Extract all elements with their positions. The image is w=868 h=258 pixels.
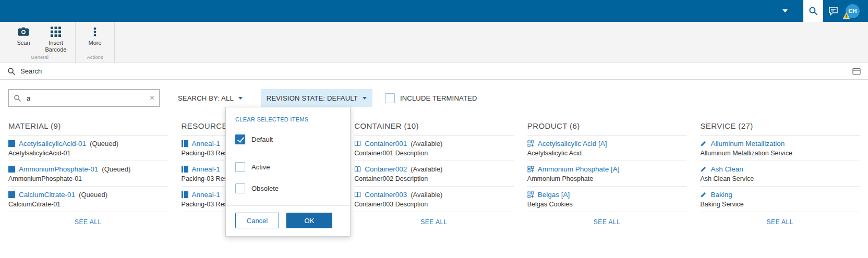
- list-item[interactable]: Belgas [A] Belgas Cookies: [527, 187, 687, 212]
- results-column-service: SERVICE (27) Alluminum Metallization All…: [700, 121, 860, 232]
- item-description: Container002 Description: [354, 175, 514, 182]
- item-name[interactable]: Container003: [365, 191, 407, 199]
- column-header: CONTAINER (10): [354, 121, 514, 136]
- warning-badge-icon: [843, 13, 850, 20]
- main-content: SEARCH BY: ALL REVISION STATE: DEFAULT I…: [0, 80, 868, 232]
- resource-icon: [182, 140, 188, 147]
- list-item[interactable]: Ammonium Phosphate [A] Ammonium Phosphat…: [527, 161, 687, 187]
- item-status: (Available): [411, 191, 442, 199]
- list-item[interactable]: Ash Clean Ash Clean Service: [700, 161, 860, 187]
- list-item[interactable]: Alluminum Metallization Alluminum Metall…: [700, 136, 860, 161]
- revision-state-dropdown[interactable]: REVISION STATE: DEFAULT: [261, 89, 372, 107]
- list-item[interactable]: Baking Baking Service: [700, 187, 860, 212]
- see-all-link[interactable]: SEE ALL: [8, 212, 168, 232]
- cancel-button[interactable]: Cancel: [235, 213, 279, 228]
- ribbon-group-general: Scan Insert Barcode General: [4, 22, 76, 63]
- revision-option-active[interactable]: Active: [226, 156, 350, 178]
- chevron-down-icon[interactable]: [782, 9, 788, 13]
- list-item[interactable]: CalciumCitrate-01 (Queued) CalciumCitrat…: [8, 187, 168, 212]
- item-name[interactable]: Belgas [A]: [538, 191, 570, 199]
- resource-icon: [182, 166, 188, 173]
- chevron-down-icon: [363, 97, 367, 100]
- item-name[interactable]: CalciumCitrate-01: [19, 191, 75, 199]
- column-header: MATERIAL (9): [8, 121, 168, 136]
- search-tab[interactable]: [803, 0, 823, 22]
- ribbon-group-label-actions: Actions: [80, 53, 110, 63]
- item-name[interactable]: AcetylsalicylicAcid-01: [19, 140, 86, 148]
- item-name[interactable]: Anneal-1: [192, 191, 220, 199]
- list-item[interactable]: Acetylsalicylic Acid [A] Acetylsalicylic…: [527, 136, 687, 161]
- results-column-product: PRODUCT (6) Acetylsalicylic Acid [A] Ace…: [527, 121, 687, 232]
- item-status: (Queued): [79, 191, 107, 199]
- scan-button-label: Scan: [17, 40, 30, 46]
- chevron-down-icon: [238, 97, 243, 100]
- item-name[interactable]: Anneal-1: [192, 140, 220, 148]
- insert-barcode-button[interactable]: Insert Barcode: [41, 27, 71, 53]
- checkbox-checked-icon[interactable]: [235, 134, 245, 144]
- page-title: Search: [20, 67, 42, 75]
- see-all-link[interactable]: SEE ALL: [354, 212, 514, 232]
- ok-button[interactable]: OK: [286, 213, 332, 228]
- option-label: Active: [251, 163, 270, 171]
- item-name[interactable]: Container002: [365, 165, 407, 173]
- container-icon: [354, 140, 361, 147]
- open-panel-icon[interactable]: [852, 68, 861, 75]
- avatar[interactable]: CH: [846, 4, 860, 18]
- product-icon: [527, 140, 534, 147]
- item-description: Container003 Description: [354, 201, 514, 208]
- checkbox-unchecked-icon[interactable]: [235, 183, 245, 193]
- clear-search-icon[interactable]: [150, 94, 154, 102]
- container-icon: [354, 191, 361, 198]
- item-name[interactable]: Acetylsalicylic Acid [A]: [538, 140, 607, 148]
- search-by-dropdown[interactable]: SEARCH BY: ALL: [172, 89, 248, 107]
- revision-option-obsolete[interactable]: Obsolete: [226, 178, 350, 199]
- search-input[interactable]: [26, 94, 146, 103]
- item-name[interactable]: Anneal-1: [192, 165, 220, 173]
- search-icon: [809, 6, 818, 16]
- list-item[interactable]: AmmoniumPhosphate-01 (Queued) AmmoniumPh…: [8, 161, 168, 187]
- service-icon: [700, 191, 707, 198]
- list-item[interactable]: AcetylsalicylicAcid-01 (Queued) Acetylsa…: [8, 136, 168, 161]
- list-item[interactable]: Container002 (Available) Container002 De…: [354, 161, 514, 187]
- see-all-link[interactable]: SEE ALL: [700, 212, 860, 232]
- item-name[interactable]: Container001: [365, 140, 407, 148]
- revision-option-default[interactable]: Default: [226, 129, 350, 153]
- insert-barcode-button-label: Insert Barcode: [41, 40, 71, 53]
- item-name[interactable]: Baking: [710, 191, 732, 199]
- checkbox-unchecked-icon[interactable]: [235, 162, 245, 172]
- barcode-grid-icon: [51, 27, 61, 37]
- include-terminated-checkbox[interactable]: [385, 93, 395, 103]
- item-description: Container001 Description: [354, 150, 514, 157]
- item-name[interactable]: Alluminum Metallization: [710, 140, 785, 148]
- material-icon: [8, 166, 15, 173]
- more-button[interactable]: More: [80, 27, 110, 46]
- search-by-label: SEARCH BY: ALL: [178, 94, 234, 102]
- clear-selected-items-link[interactable]: CLEAR SELECTED ITEMS: [226, 107, 350, 129]
- ellipsis-icon: [90, 27, 100, 37]
- item-description: Alluminum Metallization Service: [700, 150, 860, 157]
- item-name[interactable]: Ash Clean: [710, 165, 743, 173]
- list-item[interactable]: Container001 (Available) Container001 De…: [354, 136, 514, 161]
- product-icon: [527, 166, 534, 173]
- results-column-container: CONTAINER (10) Container001 (Available) …: [354, 121, 514, 232]
- item-name[interactable]: Ammonium Phosphate [A]: [538, 165, 620, 173]
- results-column-material: MATERIAL (9) AcetylsalicylicAcid-01 (Que…: [8, 121, 168, 232]
- top-bar: CH: [0, 0, 868, 22]
- revision-state-label: REVISION STATE: DEFAULT: [267, 94, 358, 102]
- ribbon-group-label-general: General: [8, 53, 71, 63]
- include-terminated-label: INCLUDE TERMINATED: [400, 94, 477, 102]
- panel-footer: Cancel OK: [226, 205, 350, 236]
- results-grid: MATERIAL (9) AcetylsalicylicAcid-01 (Que…: [8, 121, 860, 232]
- item-name[interactable]: AmmoniumPhosphate-01: [19, 165, 98, 173]
- scan-button[interactable]: Scan: [8, 27, 39, 46]
- feedback-icon[interactable]: [828, 6, 838, 16]
- camera-icon: [17, 27, 30, 37]
- search-icon: [7, 67, 16, 76]
- item-description: Belgas Cookies: [527, 201, 687, 208]
- service-icon: [700, 166, 707, 173]
- see-all-link[interactable]: SEE ALL: [527, 212, 687, 232]
- product-icon: [527, 191, 534, 198]
- list-item[interactable]: Container003 (Available) Container003 De…: [354, 187, 514, 212]
- column-header: PRODUCT (6): [527, 121, 687, 136]
- resource-icon: [182, 191, 188, 198]
